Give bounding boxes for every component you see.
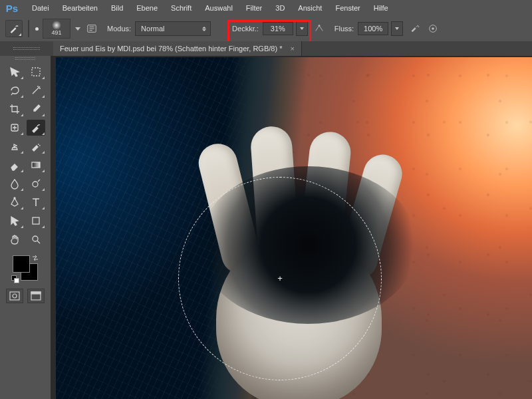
svg-point-2 [418, 25, 418, 26]
shape-tool[interactable] [27, 213, 45, 229]
hand-tool[interactable] [5, 231, 24, 247]
eraser-tool[interactable] [5, 157, 24, 173]
menu-3d[interactable]: 3D [269, 0, 291, 16]
brush-tool[interactable] [27, 120, 45, 136]
move-tool[interactable] [5, 64, 24, 80]
menu-select[interactable]: Auswahl [198, 0, 239, 16]
menu-image[interactable]: Bild [104, 0, 130, 16]
menu-window[interactable]: Fenster [329, 0, 366, 16]
svg-point-3 [418, 27, 419, 27]
gradient-tool[interactable] [27, 157, 45, 173]
blur-tool[interactable] [5, 176, 24, 192]
blend-mode-value: Normal [141, 25, 164, 33]
tools-panel-grip[interactable] [0, 56, 51, 61]
lasso-tool[interactable] [5, 82, 24, 98]
options-bar: 491 Modus: Normal Deckkr.: 31% Fluss: 10… [0, 16, 532, 42]
swap-colors-icon[interactable] [31, 254, 39, 262]
updown-icon [201, 27, 207, 31]
current-tool-indicator[interactable] [5, 20, 23, 37]
svg-point-10 [14, 198, 15, 199]
menu-bar: Ps Datei Bearbeiten Bild Ebene Schrift A… [0, 0, 532, 17]
svg-rect-11 [33, 217, 39, 224]
separator [28, 20, 29, 37]
svg-rect-8 [32, 162, 40, 168]
opacity-input[interactable]: 31% [263, 22, 293, 35]
rect-marquee-tool[interactable] [27, 64, 45, 80]
clone-stamp-tool[interactable] [5, 138, 24, 154]
document-canvas[interactable] [56, 57, 532, 399]
document-tab-bar: Feuer und Eis by MDI.psd bei 78% (Schatt… [0, 41, 532, 57]
flow-input[interactable]: 100% [358, 22, 388, 35]
brush-preset-dot [35, 21, 39, 37]
brush-preset-picker[interactable]: 491 [43, 19, 70, 39]
svg-rect-16 [31, 292, 41, 294]
mode-label: Modus: [107, 25, 131, 33]
color-swatches [11, 254, 39, 282]
standard-mode-button[interactable] [6, 289, 23, 303]
eyedropper-tool[interactable] [27, 101, 45, 117]
default-colors-icon[interactable] [11, 275, 18, 282]
brush-panel-toggle[interactable] [84, 21, 99, 36]
path-select-tool[interactable] [5, 213, 24, 229]
svg-point-12 [33, 236, 38, 241]
menu-help[interactable]: Hilfe [367, 0, 395, 16]
menu-file[interactable]: Datei [25, 0, 56, 16]
svg-point-5 [432, 27, 434, 30]
pen-tool[interactable] [5, 194, 24, 210]
document-tab[interactable]: Feuer und Eis by MDI.psd bei 78% (Schatt… [53, 41, 302, 56]
chevron-down-icon[interactable] [75, 27, 80, 31]
tabbar-grip[interactable] [0, 41, 53, 56]
flow-stepper[interactable] [391, 21, 403, 36]
close-icon[interactable]: × [290, 45, 294, 53]
artwork [56, 57, 532, 399]
opacity-pressure-icon[interactable] [312, 21, 327, 36]
dodge-tool[interactable] [27, 176, 45, 192]
svg-rect-6 [32, 68, 40, 76]
canvas-area [51, 56, 532, 399]
history-brush-tool[interactable] [27, 138, 45, 154]
opacity-label: Deckkr.: [232, 25, 259, 33]
brush-size-value: 491 [51, 30, 61, 37]
svg-point-9 [33, 182, 38, 187]
flow-control: 100% [358, 21, 403, 36]
crop-tool[interactable] [5, 101, 24, 117]
opacity-control: 31% [263, 21, 308, 36]
blend-mode-dropdown[interactable]: Normal [135, 21, 211, 36]
menu-view[interactable]: Ansicht [291, 0, 329, 16]
opacity-stepper[interactable] [296, 21, 308, 36]
type-tool[interactable] [27, 194, 45, 210]
tools-panel [0, 56, 51, 399]
screen-mode-button[interactable] [27, 289, 45, 303]
menu-layer[interactable]: Ebene [130, 0, 164, 16]
document-tab-title: Feuer und Eis by MDI.psd bei 78% (Schatt… [60, 45, 282, 53]
svg-point-14 [13, 294, 17, 298]
magic-wand-tool[interactable] [27, 82, 45, 98]
brush-thumbnail-icon [52, 21, 61, 30]
svg-point-1 [318, 25, 320, 27]
svg-rect-13 [10, 292, 19, 300]
menu-edit[interactable]: Bearbeiten [56, 0, 104, 16]
foreground-color[interactable] [13, 255, 30, 273]
menu-type[interactable]: Schrift [164, 0, 198, 16]
airbrush-icon[interactable] [407, 21, 422, 36]
menu-filter[interactable]: Filter [239, 0, 269, 16]
zoom-tool[interactable] [27, 231, 45, 247]
pressure-size-icon[interactable] [426, 21, 440, 36]
app-logo: Ps [5, 1, 19, 15]
flow-label: Fluss: [334, 25, 354, 33]
healing-brush-tool[interactable] [5, 120, 24, 136]
